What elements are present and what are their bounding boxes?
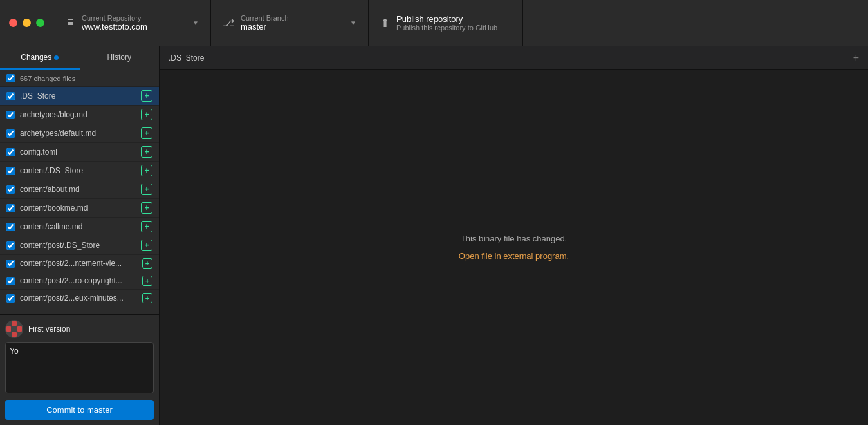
open-external-link[interactable]: Open file in external program. (459, 251, 569, 261)
publish-section[interactable]: ⬆ Publish repository Publish this reposi… (369, 0, 523, 46)
list-item[interactable]: content/bookme.md + (0, 199, 159, 218)
changes-dot (54, 55, 59, 60)
avatar-pixel (12, 326, 16, 331)
maximize-button[interactable] (36, 19, 44, 27)
avatar-pixel (6, 326, 11, 331)
window-controls (0, 19, 53, 27)
chevron-down-icon-2: ▼ (350, 19, 356, 26)
file-checkbox-1[interactable] (6, 111, 15, 119)
repo-text-group: Current Repository www.testtoto.com (82, 14, 147, 32)
file-list-header: 667 changed files (0, 70, 159, 87)
avatar-pixel (17, 332, 22, 337)
publish-subtitle: Publish this repository to GitHub (396, 24, 497, 32)
branch-icon: ⎇ (223, 17, 234, 29)
file-badge-10: + (142, 276, 152, 286)
file-name-8: content/post/.DS_Store (20, 241, 141, 250)
commit-summary (5, 320, 154, 338)
avatar-pixel (6, 332, 11, 337)
file-name-11: content/post/2...eux-minutes... (20, 294, 142, 303)
commit-button[interactable]: Commit to master (5, 400, 154, 420)
file-checkbox-3[interactable] (6, 148, 15, 156)
add-icon[interactable]: + (853, 52, 859, 64)
list-item[interactable]: content/post/.DS_Store + (0, 236, 159, 255)
close-button[interactable] (9, 19, 17, 27)
avatar-grid (6, 321, 22, 337)
current-repository-section[interactable]: 🖥 Current Repository www.testtoto.com ▼ (53, 0, 211, 46)
file-checkbox-0[interactable] (6, 92, 15, 100)
file-name-0: .DS_Store (20, 91, 141, 100)
file-badge-9: + (142, 258, 152, 269)
list-item[interactable]: content/.DS_Store + (0, 162, 159, 180)
file-name-9: content/post/2...ntement-vie... (20, 259, 142, 268)
changed-files-count: 667 changed files (20, 75, 75, 82)
file-checkbox-2[interactable] (6, 129, 15, 138)
file-badge-7: + (141, 221, 152, 232)
current-branch-section[interactable]: ⎇ Current Branch master ▼ (211, 0, 369, 46)
commit-area: Yo Commit to master (0, 314, 159, 425)
file-name-1: archetypes/blog.md (20, 110, 141, 119)
list-item[interactable]: archetypes/default.md + (0, 124, 159, 143)
file-checkbox-9[interactable] (6, 260, 15, 268)
file-badge-2: + (141, 128, 152, 139)
file-name-6: content/bookme.md (20, 203, 141, 212)
file-name-2: archetypes/default.md (20, 129, 141, 138)
branch-text-group: Current Branch master (241, 14, 289, 32)
file-name-3: config.toml (20, 147, 141, 156)
publish-title: Publish repository (396, 14, 497, 24)
minimize-button[interactable] (23, 19, 31, 27)
repo-label: Current Repository (82, 14, 147, 22)
right-panel: .DS_Store + This binary file has changed… (160, 46, 868, 425)
commit-description-input[interactable]: Yo (5, 342, 154, 393)
list-item[interactable]: content/post/2...eux-minutes... + (0, 290, 159, 307)
file-list: 667 changed files .DS_Store + archetypes… (0, 70, 159, 314)
file-name-10: content/post/2...ro-copyright... (20, 276, 142, 285)
commit-title-input[interactable] (28, 325, 154, 334)
file-badge-5: + (141, 184, 152, 195)
list-item[interactable]: .DS_Store + (0, 87, 159, 106)
file-name-4: content/.DS_Store (20, 166, 141, 175)
list-item[interactable]: content/callme.md + (0, 218, 159, 236)
branch-name: master (241, 22, 289, 32)
file-badge-8: + (141, 240, 152, 251)
list-item[interactable]: config.toml + (0, 143, 159, 162)
main-content: Changes History 667 changed files .DS_St… (0, 46, 868, 425)
select-all-checkbox[interactable] (6, 74, 15, 82)
branch-label: Current Branch (241, 14, 289, 22)
tab-history[interactable]: History (80, 46, 160, 70)
avatar-pixel (17, 326, 22, 331)
list-item[interactable]: content/about.md + (0, 180, 159, 199)
title-bar: 🖥 Current Repository www.testtoto.com ▼ … (0, 0, 868, 46)
chevron-down-icon: ▼ (192, 19, 199, 26)
file-badge-0: + (141, 90, 152, 102)
sidebar: Changes History 667 changed files .DS_St… (0, 46, 160, 425)
list-item[interactable]: content/post/2...ntement-vie... + (0, 255, 159, 272)
list-item[interactable]: content/post/2...ro-copyright... + (0, 272, 159, 290)
publish-text-group: Publish repository Publish this reposito… (396, 14, 497, 32)
file-badge-4: + (141, 165, 152, 176)
file-checkbox-10[interactable] (6, 277, 15, 285)
file-name-5: content/about.md (20, 185, 141, 194)
file-badge-6: + (141, 202, 152, 214)
file-checkbox-8[interactable] (6, 241, 15, 250)
avatar-pixel (12, 321, 16, 326)
file-checkbox-6[interactable] (6, 204, 15, 212)
file-name-7: content/callme.md (20, 222, 141, 231)
file-checkbox-5[interactable] (6, 185, 15, 194)
file-checkbox-4[interactable] (6, 167, 15, 175)
file-badge-11: + (142, 293, 152, 303)
avatar (5, 320, 23, 338)
upload-icon: ⬆ (380, 16, 390, 30)
monitor-icon: 🖥 (65, 17, 75, 29)
avatar-pixel (12, 332, 16, 337)
file-badge-1: + (141, 109, 152, 120)
file-checkbox-11[interactable] (6, 294, 15, 303)
file-checkbox-7[interactable] (6, 223, 15, 231)
list-item[interactable]: archetypes/blog.md + (0, 106, 159, 124)
avatar-pixel (17, 321, 22, 326)
right-panel-title: .DS_Store (169, 53, 853, 62)
sidebar-tabs: Changes History (0, 46, 159, 70)
tab-changes[interactable]: Changes (0, 46, 80, 70)
binary-changed-message: This binary file has changed. (461, 234, 567, 243)
file-badge-3: + (141, 146, 152, 158)
right-panel-header: .DS_Store + (160, 46, 868, 70)
